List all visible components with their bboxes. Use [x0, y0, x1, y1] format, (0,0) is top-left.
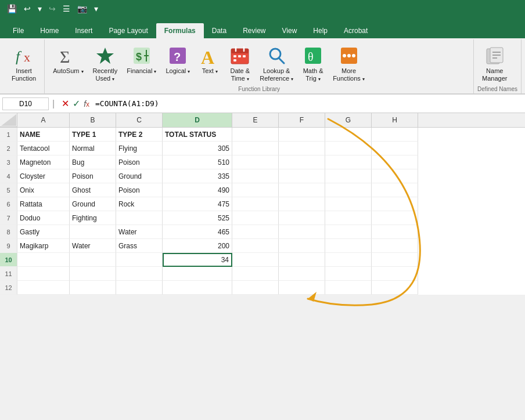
- row-number-3[interactable]: 3: [0, 155, 17, 169]
- formula-cancel-button[interactable]: ✕: [62, 98, 69, 109]
- row-number-10[interactable]: 10: [0, 253, 17, 267]
- column-header-h[interactable]: H: [372, 113, 418, 127]
- cell-a10[interactable]: [17, 253, 70, 267]
- cell-f3[interactable]: [279, 155, 325, 169]
- name-manager-button[interactable]: NameManager: [477, 42, 512, 85]
- formula-input[interactable]: [95, 99, 523, 108]
- math-trig-button[interactable]: θ Math &Trig ▾: [298, 42, 328, 85]
- cell-b3[interactable]: Bug: [70, 155, 116, 169]
- cell-d6[interactable]: 475: [163, 197, 232, 211]
- cell-e12[interactable]: [232, 281, 279, 295]
- cell-g8[interactable]: [325, 225, 372, 239]
- cell-a4[interactable]: Cloyster: [17, 169, 70, 183]
- tab-insert[interactable]: Insert: [67, 23, 100, 38]
- cell-a3[interactable]: Magneton: [17, 155, 70, 169]
- cell-e5[interactable]: [232, 183, 279, 197]
- cell-h5[interactable]: [372, 183, 418, 197]
- cell-b9[interactable]: Water: [70, 239, 116, 253]
- column-header-e[interactable]: E: [232, 113, 279, 127]
- tab-data[interactable]: Data: [204, 23, 235, 38]
- cell-f9[interactable]: [279, 239, 325, 253]
- cell-b2[interactable]: Normal: [70, 142, 116, 155]
- row-number-1[interactable]: 1: [0, 128, 17, 142]
- cell-d5[interactable]: 490: [163, 183, 232, 197]
- cell-e3[interactable]: [232, 155, 279, 169]
- cell-c10[interactable]: [116, 253, 163, 267]
- cell-h10[interactable]: [372, 253, 418, 267]
- formula-confirm-button[interactable]: ✓: [73, 98, 80, 109]
- cell-d1[interactable]: TOTAL STATUS: [163, 128, 232, 142]
- cell-f6[interactable]: [279, 197, 325, 211]
- cell-g9[interactable]: [325, 239, 372, 253]
- cell-e6[interactable]: [232, 197, 279, 211]
- cell-h2[interactable]: [372, 142, 418, 155]
- cell-g4[interactable]: [325, 169, 372, 183]
- date-time-button[interactable]: Date &Time ▾: [225, 42, 255, 85]
- row-number-9[interactable]: 9: [0, 239, 17, 253]
- cell-g10[interactable]: [325, 253, 372, 267]
- cell-c12[interactable]: [116, 281, 163, 295]
- cell-h7[interactable]: [372, 211, 418, 225]
- cell-b5[interactable]: Ghost: [70, 183, 116, 197]
- column-header-f[interactable]: F: [279, 113, 325, 127]
- cell-d11[interactable]: [163, 267, 232, 281]
- cell-e4[interactable]: [232, 169, 279, 183]
- cell-a7[interactable]: Doduo: [17, 211, 70, 225]
- cell-f7[interactable]: [279, 211, 325, 225]
- save-button[interactable]: 💾: [5, 3, 19, 15]
- bullets-button[interactable]: ☰: [60, 3, 73, 15]
- row-number-7[interactable]: 7: [0, 211, 17, 225]
- tab-acrobat[interactable]: Acrobat: [336, 23, 376, 38]
- cell-c7[interactable]: [116, 211, 163, 225]
- cell-c11[interactable]: [116, 267, 163, 281]
- cell-d8[interactable]: 465: [163, 225, 232, 239]
- cell-e9[interactable]: [232, 239, 279, 253]
- cell-b8[interactable]: [70, 225, 116, 239]
- tab-formulas[interactable]: Formulas: [156, 23, 204, 38]
- column-header-c[interactable]: C: [116, 113, 163, 127]
- cell-f11[interactable]: [279, 267, 325, 281]
- cell-b10[interactable]: [70, 253, 116, 267]
- cell-a1[interactable]: NAME: [17, 128, 70, 142]
- column-header-b[interactable]: B: [70, 113, 116, 127]
- cell-h3[interactable]: [372, 155, 418, 169]
- cell-c5[interactable]: Poison: [116, 183, 163, 197]
- cell-f4[interactable]: [279, 169, 325, 183]
- cell-h1[interactable]: [372, 128, 418, 142]
- financial-button[interactable]: $ Financial ▾: [122, 42, 161, 77]
- cell-g11[interactable]: [325, 267, 372, 281]
- cell-g7[interactable]: [325, 211, 372, 225]
- cell-e10[interactable]: [232, 253, 279, 267]
- cell-c8[interactable]: Water: [116, 225, 163, 239]
- redo-button[interactable]: ↪: [46, 3, 58, 15]
- logical-button[interactable]: ? Logical ▾: [161, 42, 195, 77]
- cell-f10[interactable]: [279, 253, 325, 267]
- cell-a5[interactable]: Onix: [17, 183, 70, 197]
- row-number-8[interactable]: 8: [0, 225, 17, 239]
- cell-a9[interactable]: Magikarp: [17, 239, 70, 253]
- cell-a12[interactable]: [17, 281, 70, 295]
- cell-e8[interactable]: [232, 225, 279, 239]
- row-number-12[interactable]: 12: [0, 281, 17, 295]
- column-header-g[interactable]: G: [325, 113, 372, 127]
- customize-button[interactable]: ▾: [92, 3, 100, 15]
- cell-h9[interactable]: [372, 239, 418, 253]
- cell-b6[interactable]: Ground: [70, 197, 116, 211]
- cell-c9[interactable]: Grass: [116, 239, 163, 253]
- cell-h12[interactable]: [372, 281, 418, 295]
- cell-g12[interactable]: [325, 281, 372, 295]
- undo-button[interactable]: ↩: [21, 3, 33, 15]
- cell-c4[interactable]: Ground: [116, 169, 163, 183]
- cell-e11[interactable]: [232, 267, 279, 281]
- cell-a6[interactable]: Rattata: [17, 197, 70, 211]
- cell-g6[interactable]: [325, 197, 372, 211]
- cell-g1[interactable]: [325, 128, 372, 142]
- cell-a11[interactable]: [17, 267, 70, 281]
- cell-h4[interactable]: [372, 169, 418, 183]
- cell-b7[interactable]: Fighting: [70, 211, 116, 225]
- camera-button[interactable]: 📷: [75, 3, 89, 15]
- tab-file[interactable]: File: [5, 23, 32, 38]
- more-functions-button[interactable]: MoreFunctions ▾: [328, 42, 369, 85]
- cell-f12[interactable]: [279, 281, 325, 295]
- formula-fx-button[interactable]: fx: [84, 99, 89, 108]
